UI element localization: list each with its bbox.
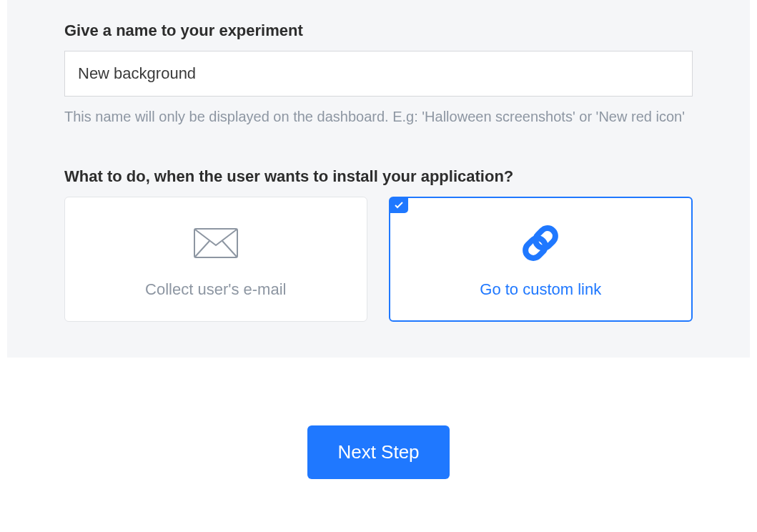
install-action-label: What to do, when the user wants to insta… bbox=[64, 167, 693, 186]
option-collect-email[interactable]: Collect user's e-mail bbox=[64, 197, 367, 322]
footer: Next Step bbox=[0, 358, 757, 479]
option-custom-link[interactable]: Go to custom link bbox=[389, 197, 693, 322]
envelope-icon bbox=[191, 223, 241, 262]
option-collect-email-label: Collect user's e-mail bbox=[145, 280, 286, 299]
experiment-name-input[interactable] bbox=[64, 51, 693, 97]
svg-rect-2 bbox=[533, 225, 559, 251]
form-panel: Give a name to your experiment This name… bbox=[7, 0, 750, 358]
link-icon bbox=[515, 223, 565, 262]
check-icon bbox=[390, 197, 408, 213]
option-custom-link-label: Go to custom link bbox=[480, 280, 601, 299]
next-step-button[interactable]: Next Step bbox=[307, 425, 449, 479]
experiment-name-label: Give a name to your experiment bbox=[64, 21, 693, 40]
install-options: Collect user's e-mail Go to custom link bbox=[64, 197, 693, 322]
experiment-name-help: This name will only be displayed on the … bbox=[64, 105, 693, 128]
